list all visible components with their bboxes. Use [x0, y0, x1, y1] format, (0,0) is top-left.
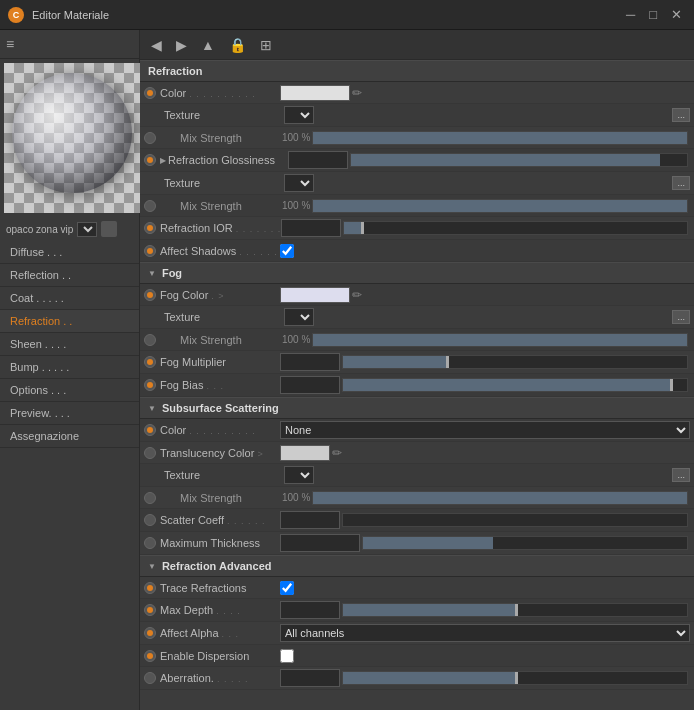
refraction-color-row: Color . . . . . . . . . . ✏: [140, 82, 694, 104]
sidebar-item-preview[interactable]: Preview. . . .: [0, 402, 139, 425]
subsurface-scatter-input[interactable]: 0: [280, 511, 340, 529]
refraction-glossiness-slider[interactable]: [350, 153, 688, 167]
fog-mix-slider[interactable]: [312, 333, 688, 347]
refraction-ior-radio[interactable]: [144, 222, 156, 234]
subsurface-texture-more-btn[interactable]: ...: [672, 468, 690, 482]
subsurface-maxthickness-radio[interactable]: [144, 537, 156, 549]
close-button[interactable]: ✕: [667, 7, 686, 22]
refraction-mix-slider[interactable]: [312, 131, 688, 145]
refraction-glossiness-input[interactable]: 0.92: [288, 151, 348, 169]
subsurface-maxthickness-input[interactable]: 1000 cm: [280, 534, 360, 552]
sidebar-item-options[interactable]: Options . . .: [0, 379, 139, 402]
refraction-section-header: Refraction: [140, 60, 694, 82]
fog-multiplier-slider[interactable]: [342, 355, 688, 369]
refraction-advanced-aberration-radio[interactable]: [144, 672, 156, 684]
subsurface-maxthickness-slider[interactable]: [362, 536, 688, 550]
refraction-texture-label: Texture: [164, 109, 284, 121]
fog-color-radio[interactable]: [144, 289, 156, 301]
refraction-ior-label: Refraction IOR . . . . . . .: [160, 222, 281, 234]
refraction-advanced-maxdepth-slider[interactable]: [342, 603, 688, 617]
back-button[interactable]: ◀: [148, 37, 165, 53]
refraction-ior-input[interactable]: 1.05: [281, 219, 341, 237]
user-label-text: opaco zona vip: [6, 224, 73, 235]
minimize-button[interactable]: ─: [622, 7, 639, 22]
refraction-advanced-trace-checkbox[interactable]: [280, 581, 294, 595]
sidebar-item-diffuse[interactable]: Diffuse . . .: [0, 241, 139, 264]
fog-bias-input[interactable]: 0: [280, 376, 340, 394]
subsurface-color-select[interactable]: None: [280, 421, 690, 439]
refraction-affect-shadows-label: Affect Shadows . . . . . .: [160, 245, 280, 257]
refraction-advanced-trace-radio[interactable]: [144, 582, 156, 594]
refraction-advanced-maxdepth-radio[interactable]: [144, 604, 156, 616]
fog-multiplier-label: Fog Multiplier: [160, 356, 280, 368]
sidebar-item-refraction[interactable]: Refraction . .: [0, 310, 139, 333]
refraction-advanced-trace-label: Trace Refractions: [160, 582, 280, 594]
subsurface-mix-radio[interactable]: [144, 492, 156, 504]
refraction-color-picker-btn[interactable]: ✏: [350, 86, 364, 100]
fog-multiplier-radio[interactable]: [144, 356, 156, 368]
fog-bias-radio[interactable]: [144, 379, 156, 391]
refraction-glossiness-mix-radio[interactable]: [144, 200, 156, 212]
hamburger-menu[interactable]: ≡: [6, 36, 14, 52]
subsurface-color-radio[interactable]: [144, 424, 156, 436]
subsurface-translucency-radio[interactable]: [144, 447, 156, 459]
maximize-button[interactable]: □: [645, 7, 661, 22]
refraction-advanced-aberration-input[interactable]: 50: [280, 669, 340, 687]
refraction-advanced-alpha-select[interactable]: All channels Color only All channels exc…: [280, 624, 690, 642]
refraction-affect-shadows-radio[interactable]: [144, 245, 156, 257]
fog-section-title: Fog: [162, 267, 182, 279]
refraction-glossiness-radio[interactable]: [144, 154, 156, 166]
subsurface-section-header: ▼ Subsurface Scattering: [140, 397, 694, 419]
refraction-advanced-dispersion-radio[interactable]: [144, 650, 156, 662]
sidebar-item-reflection[interactable]: Reflection . .: [0, 264, 139, 287]
sidebar-item-bump[interactable]: Bump . . . . .: [0, 356, 139, 379]
sidebar-item-assegnazione[interactable]: Assegnazione: [0, 425, 139, 448]
fog-color-swatch[interactable]: [280, 287, 350, 303]
refraction-advanced-aberration-slider[interactable]: [342, 671, 688, 685]
up-button[interactable]: ▲: [198, 37, 218, 53]
sidebar-item-sheen[interactable]: Sheen . . . .: [0, 333, 139, 356]
fog-bias-slider[interactable]: [342, 378, 688, 392]
refraction-glossiness-mix-slider[interactable]: [312, 199, 688, 213]
refraction-advanced-maxdepth-label: Max Depth . . . .: [160, 604, 280, 616]
user-label-icon[interactable]: [101, 221, 117, 237]
forward-button[interactable]: ▶: [173, 37, 190, 53]
subsurface-texture-row: Texture ...: [140, 464, 694, 487]
expand-button[interactable]: ⊞: [257, 37, 275, 53]
subsurface-translucency-picker-btn[interactable]: ✏: [330, 446, 344, 460]
refraction-affect-shadows-checkbox[interactable]: [280, 244, 294, 258]
fog-color-label: Fog Color . >: [160, 289, 280, 301]
refraction-color-radio[interactable]: [144, 87, 156, 99]
refraction-color-swatch[interactable]: [280, 85, 350, 101]
window-controls: ─ □ ✕: [622, 7, 686, 22]
refraction-advanced-alpha-radio[interactable]: [144, 627, 156, 639]
fog-texture-more-btn[interactable]: ...: [672, 310, 690, 324]
refraction-glossiness-row: ▶ Refraction Glossiness 0.92: [140, 149, 694, 172]
fog-mix-value: 100 %: [282, 334, 310, 345]
refraction-glossiness-texture-select[interactable]: [284, 174, 314, 192]
subsurface-scatter-slider[interactable]: [342, 513, 688, 527]
lock-button[interactable]: 🔒: [226, 37, 249, 53]
refraction-advanced-maxdepth-row: Max Depth . . . . 5: [140, 599, 694, 622]
user-label-select[interactable]: [77, 222, 97, 237]
fog-color-picker-btn[interactable]: ✏: [350, 288, 364, 302]
refraction-glossiness-texture-more-btn[interactable]: ...: [672, 176, 690, 190]
subsurface-texture-select[interactable]: [284, 466, 314, 484]
refraction-advanced-dispersion-checkbox[interactable]: [280, 649, 294, 663]
refraction-ior-slider[interactable]: [343, 221, 688, 235]
refraction-advanced-section-title: Refraction Advanced: [162, 560, 272, 572]
subsurface-mix-value: 100 %: [282, 492, 310, 503]
sidebar-item-coat[interactable]: Coat . . . . .: [0, 287, 139, 310]
fog-multiplier-input[interactable]: 1: [280, 353, 340, 371]
refraction-texture-select[interactable]: [284, 106, 314, 124]
refraction-mix-radio[interactable]: [144, 132, 156, 144]
subsurface-mix-slider[interactable]: [312, 491, 688, 505]
refraction-texture-more-btn[interactable]: ...: [672, 108, 690, 122]
refraction-glossiness-label: Refraction Glossiness: [168, 154, 288, 166]
subsurface-translucency-swatch[interactable]: [280, 445, 330, 461]
fog-texture-select[interactable]: [284, 308, 314, 326]
fog-color-row: Fog Color . > ✏: [140, 284, 694, 306]
refraction-advanced-maxdepth-input[interactable]: 5: [280, 601, 340, 619]
subsurface-scatter-radio[interactable]: [144, 514, 156, 526]
fog-mix-radio[interactable]: [144, 334, 156, 346]
